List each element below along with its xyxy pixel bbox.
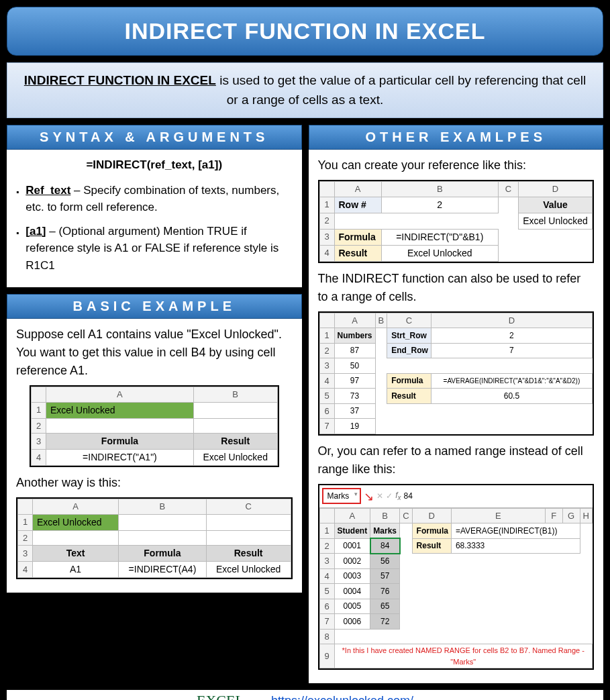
footer: EXCELUnlocked https://excelunlocked.com/… (7, 690, 603, 700)
arg-a1: [a1] – (Optional argument) Mention TRUE … (16, 223, 293, 274)
syntax-header: SYNTAX & ARGUMENTS (7, 125, 302, 150)
syntax-formula: =INDIRECT(ref_text, [a1]) (16, 156, 293, 174)
basic-body: Suppose cell A1 contains value "Excel Un… (7, 319, 302, 593)
arrow-icon: ↘ (364, 488, 374, 506)
main-title: INDIRECT FUNCTION IN EXCEL (7, 7, 603, 56)
excel-example-5: Marks ↘ ✕ ✓ fx 84 ABCDEFGH 1StudentMarks… (318, 484, 595, 670)
other-p1: You can create your reference like this: (318, 156, 595, 174)
basic-header: BASIC EXAMPLE (7, 294, 302, 319)
syntax-body: =INDIRECT(ref_text, [a1]) Ref_text – Spe… (7, 150, 302, 287)
intro-bold: INDIRECT FUNCTION IN EXCEL (24, 73, 216, 87)
intro-description: INDIRECT FUNCTION IN EXCEL is used to ge… (7, 62, 603, 118)
basic-p2: Another way is this: (16, 474, 293, 492)
named-range-note: *In this I have created NAMED RANGE for … (334, 644, 593, 668)
name-box[interactable]: Marks (322, 488, 362, 504)
site-link[interactable]: https://excelunlocked.com/ (271, 694, 413, 700)
other-header: OTHER EXAMLPES (309, 125, 604, 150)
excel-example-1: AB 1Excel Unlocked 2 3FormulaResult 4=IN… (30, 385, 279, 467)
excel-unlocked-logo: EXCELUnlocked (197, 694, 244, 700)
formula-bar-value: 84 (404, 490, 413, 502)
fx-icon: fx (395, 489, 401, 503)
other-p3: Or, you can refer to a named range inste… (318, 442, 595, 479)
arg-ref-text: Ref_text – Specify combination of texts,… (16, 182, 293, 216)
intro-rest: is used to get the value of a particular… (216, 73, 586, 107)
basic-p1: Suppose cell A1 contains value "Excel Un… (16, 326, 293, 380)
other-body: You can create your reference like this:… (309, 150, 604, 683)
excel-example-2: ABC 1Excel Unlocked 2 3TextFormulaResult… (16, 497, 293, 579)
excel-example-4: ABCD 1NumbersStrt_Row2 287End_Row7 350 4… (318, 311, 595, 436)
excel-example-3: ABCD 1Row #2Value 2Excel Unlocked 3Formu… (318, 180, 595, 263)
other-p2: The INDIRECT function can also be used t… (318, 270, 595, 306)
